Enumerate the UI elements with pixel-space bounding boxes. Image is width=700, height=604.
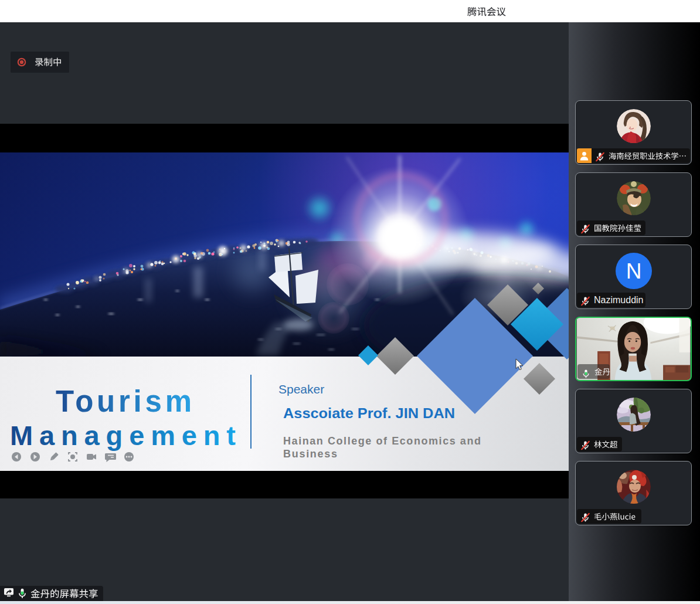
svg-text:N: N [626, 259, 642, 283]
